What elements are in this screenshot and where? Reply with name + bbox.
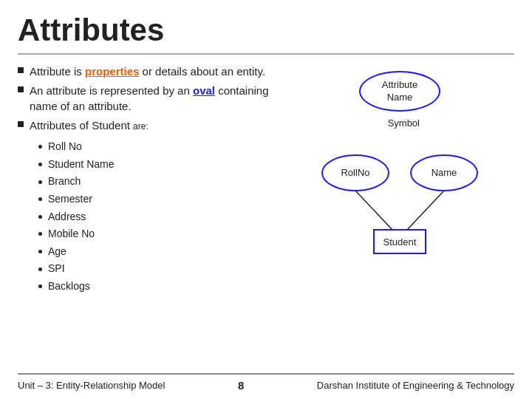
bullet-item-2: An attribute is represented by an oval c… bbox=[18, 83, 278, 114]
bullet-icon-2 bbox=[18, 86, 24, 92]
symbol-label: Symbol bbox=[359, 117, 427, 129]
right-column: Attribute Name Symbol RollNo Name bbox=[285, 64, 514, 373]
list-item: Branch bbox=[38, 174, 278, 189]
page-title: Attributes bbox=[18, 13, 514, 47]
dot-icon bbox=[38, 215, 42, 219]
list-item: Mobile No bbox=[38, 227, 278, 242]
svg-line-4 bbox=[355, 191, 392, 230]
bullet-text-1: Attribute is properties or details about… bbox=[30, 64, 265, 79]
list-item: Age bbox=[38, 245, 278, 259]
bullet-icon-3 bbox=[18, 121, 24, 127]
list-item: Semester bbox=[38, 192, 278, 207]
bullet-text-2: An attribute is represented by an oval c… bbox=[30, 83, 278, 114]
highlight-oval: oval bbox=[193, 84, 215, 97]
attribute-name-diagram: Attribute Name Symbol bbox=[359, 71, 440, 129]
dot-icon bbox=[38, 267, 42, 271]
svg-line-5 bbox=[407, 191, 444, 230]
attribute-name-oval: Attribute Name bbox=[359, 71, 440, 112]
list-item: Backlogs bbox=[38, 279, 278, 294]
footer-right: Darshan Institute of Engineering & Techn… bbox=[317, 380, 514, 391]
sub-list: Roll No Student Name Branch Semester Add… bbox=[38, 140, 278, 296]
dot-icon bbox=[38, 145, 42, 149]
left-column: Attribute is properties or details about… bbox=[18, 64, 278, 373]
list-item: SPI bbox=[38, 262, 278, 276]
list-item: Address bbox=[38, 210, 278, 225]
footer-left: Unit – 3: Entity-Relationship Model bbox=[18, 380, 165, 391]
list-item: Student Name bbox=[38, 157, 278, 172]
bullet-item-1: Attribute is properties or details about… bbox=[18, 64, 278, 79]
bullet1-after: or details about an entity. bbox=[139, 65, 265, 78]
svg-text:RollNo: RollNo bbox=[341, 167, 369, 178]
bullet-item-3: Attributes of Student are: bbox=[18, 117, 278, 133]
footer-page: 8 bbox=[238, 379, 244, 392]
content-area: Attribute is properties or details about… bbox=[18, 64, 514, 373]
svg-text:Name: Name bbox=[432, 167, 457, 178]
title-divider bbox=[18, 53, 514, 55]
bullet-icon-1 bbox=[18, 67, 24, 73]
svg-text:Student: Student bbox=[383, 236, 417, 248]
page: Attributes Attribute is properties or de… bbox=[0, 0, 532, 399]
dot-icon bbox=[38, 180, 42, 184]
bullet3-small: are: bbox=[133, 121, 149, 132]
bullet-text-3: Attributes of Student are: bbox=[30, 117, 149, 133]
student-diagram: RollNo Name Student bbox=[285, 152, 514, 256]
dot-icon bbox=[38, 163, 42, 166]
dot-icon bbox=[38, 232, 42, 236]
diagram-svg: RollNo Name Student bbox=[311, 152, 488, 256]
footer: Unit – 3: Entity-Relationship Model 8 Da… bbox=[18, 373, 514, 392]
highlight-properties: properties bbox=[85, 65, 139, 78]
dot-icon bbox=[38, 250, 42, 253]
dot-icon bbox=[38, 284, 42, 288]
dot-icon bbox=[38, 197, 42, 201]
list-item: Roll No bbox=[38, 140, 278, 154]
